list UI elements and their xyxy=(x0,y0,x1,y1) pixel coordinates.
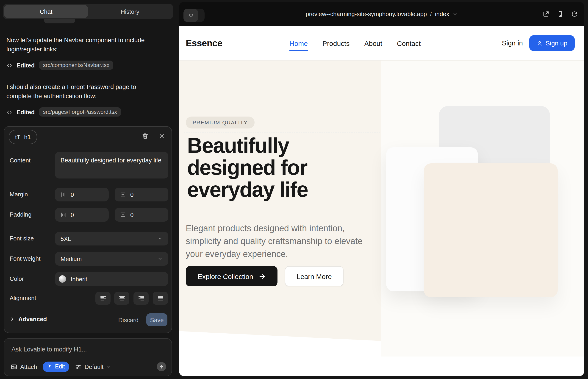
edited-label: Edited xyxy=(16,62,35,69)
open-external-icon[interactable] xyxy=(542,11,549,17)
padding-vertical-input[interactable]: 0 xyxy=(55,208,109,222)
padding-label: Padding xyxy=(10,211,31,218)
align-right-button[interactable] xyxy=(134,292,149,305)
file-chip[interactable]: src/pages/ForgotPassword.tsx xyxy=(39,107,121,117)
tab-chat[interactable]: Chat xyxy=(4,5,88,18)
refresh-icon[interactable] xyxy=(571,11,578,17)
font-size-label: Font size xyxy=(10,235,34,242)
arrow-right-icon xyxy=(259,273,265,280)
nav-link-products[interactable]: Products xyxy=(323,39,350,47)
align-justify-button[interactable] xyxy=(153,292,168,305)
chevron-down-icon xyxy=(106,364,111,369)
learn-more-button[interactable]: Learn More xyxy=(285,266,343,286)
file-chip[interactable]: src/components/Navbar.tsx xyxy=(39,61,113,70)
url-bar[interactable]: preview--charming-site-symphony.lovable.… xyxy=(306,2,458,26)
color-swatch xyxy=(59,275,66,283)
selected-h1-outline[interactable]: Beautifully designed for everyday life xyxy=(184,133,380,203)
tab-history[interactable]: History xyxy=(88,5,172,18)
explore-collection-button[interactable]: Explore Collection xyxy=(186,266,278,286)
code-icon xyxy=(6,62,12,68)
select-cursor-icon xyxy=(47,364,53,369)
typography-icon: tT xyxy=(15,134,20,140)
edited-file-row: Edited src/components/Navbar.tsx xyxy=(6,60,113,70)
chat-sidebar: Chat History Now let's update the Navbar… xyxy=(0,0,179,379)
edited-label: Edited xyxy=(16,109,35,115)
padding-horizontal-icon xyxy=(120,211,126,218)
site-nav-links: Home Products About Contact xyxy=(289,26,421,60)
person-icon xyxy=(536,40,542,46)
hero-cta-row: Explore Collection Learn More xyxy=(186,266,343,286)
chevron-down-icon xyxy=(452,12,458,16)
discard-button[interactable]: Discard xyxy=(118,316,139,323)
margin-horizontal-input[interactable]: 0 xyxy=(115,188,168,201)
mode-select[interactable]: Default xyxy=(75,363,111,370)
preview-url: preview--charming-site-symphony.lovable.… xyxy=(306,11,427,17)
preview-window: preview--charming-site-symphony.lovable.… xyxy=(179,2,584,376)
chat-composer: Attach Edit Default xyxy=(4,338,172,376)
send-button[interactable] xyxy=(157,362,166,371)
app-root: Chat History Now let's update the Navbar… xyxy=(0,0,588,379)
margin-label: Margin xyxy=(10,191,28,198)
margin-horizontal-value: 0 xyxy=(130,191,134,198)
edit-mode-button[interactable]: Edit xyxy=(43,361,69,372)
nav-link-contact[interactable]: Contact xyxy=(397,39,421,47)
color-value: Inherit xyxy=(71,276,87,283)
decorative-card-beige xyxy=(424,163,558,297)
edited-file-row: Edited src/pages/ForgotPassword.tsx xyxy=(6,107,121,117)
attach-button[interactable]: Attach xyxy=(11,363,37,370)
padding-horizontal-input[interactable]: 0 xyxy=(115,208,168,222)
site-navbar: Essence Home Products About Contact Sign… xyxy=(179,26,584,61)
composer-toolbar: Attach Edit Default xyxy=(11,361,166,373)
padding-vertical-icon xyxy=(60,211,66,218)
chevron-right-icon xyxy=(10,316,15,322)
content-input[interactable]: Beautifully designed for everyday life xyxy=(55,152,168,178)
nav-link-home[interactable]: Home xyxy=(289,39,308,47)
url-separator: / xyxy=(430,11,432,17)
explore-collection-label: Explore Collection xyxy=(198,272,253,280)
margin-horizontal-icon xyxy=(120,191,126,198)
code-icon xyxy=(6,109,12,115)
sliders-icon xyxy=(75,363,82,370)
font-size-value: 5XL xyxy=(61,235,71,242)
sign-up-button[interactable]: Sign up xyxy=(529,35,575,51)
element-tag-label: h1 xyxy=(24,134,31,141)
attach-label: Attach xyxy=(20,363,37,370)
image-icon xyxy=(11,363,17,370)
font-size-select[interactable]: 5XL xyxy=(55,232,168,245)
close-inspector-button[interactable] xyxy=(158,133,165,140)
element-inspector-panel: tT h1 Content Beautifully designed for e… xyxy=(4,126,172,333)
color-select[interactable]: Inherit xyxy=(55,272,168,286)
code-view-button[interactable] xyxy=(184,9,198,22)
padding-vertical-value: 0 xyxy=(71,211,74,218)
margin-vertical-icon xyxy=(60,191,66,198)
advanced-toggle[interactable]: Advanced xyxy=(10,316,47,323)
hero-description: Elegant products designed with intention… xyxy=(186,222,376,261)
hero-badge: PREMIUM QUALITY xyxy=(186,117,255,128)
delete-element-button[interactable] xyxy=(142,133,149,140)
chevron-down-icon xyxy=(157,256,163,262)
advanced-label: Advanced xyxy=(18,316,47,323)
mode-label: Default xyxy=(85,363,103,370)
hero-heading[interactable]: Beautifully designed for everyday life xyxy=(184,133,361,201)
sign-up-label: Sign up xyxy=(546,39,567,47)
url-page: index xyxy=(435,11,449,17)
alignment-label: Alignment xyxy=(10,295,36,301)
chat-message: Now let's update the Navbar component to… xyxy=(6,35,150,55)
composer-input[interactable] xyxy=(11,343,164,355)
color-label: Color xyxy=(10,275,24,282)
margin-vertical-value: 0 xyxy=(71,191,74,198)
font-weight-select[interactable]: Medium xyxy=(55,252,168,266)
selected-element-pill[interactable]: tT h1 xyxy=(9,130,37,144)
chevron-down-icon xyxy=(157,236,163,241)
font-weight-label: Font weight xyxy=(10,255,40,262)
save-button[interactable]: Save xyxy=(146,313,167,326)
align-center-button[interactable] xyxy=(114,292,129,305)
font-weight-value: Medium xyxy=(61,255,82,262)
align-left-button[interactable] xyxy=(95,292,110,305)
sign-in-link[interactable]: Sign in xyxy=(502,26,523,60)
mobile-view-icon[interactable] xyxy=(557,11,564,17)
content-label: Content xyxy=(10,157,31,164)
site-logo[interactable]: Essence xyxy=(186,26,222,60)
margin-vertical-input[interactable]: 0 xyxy=(55,188,109,201)
nav-link-about[interactable]: About xyxy=(364,39,382,47)
